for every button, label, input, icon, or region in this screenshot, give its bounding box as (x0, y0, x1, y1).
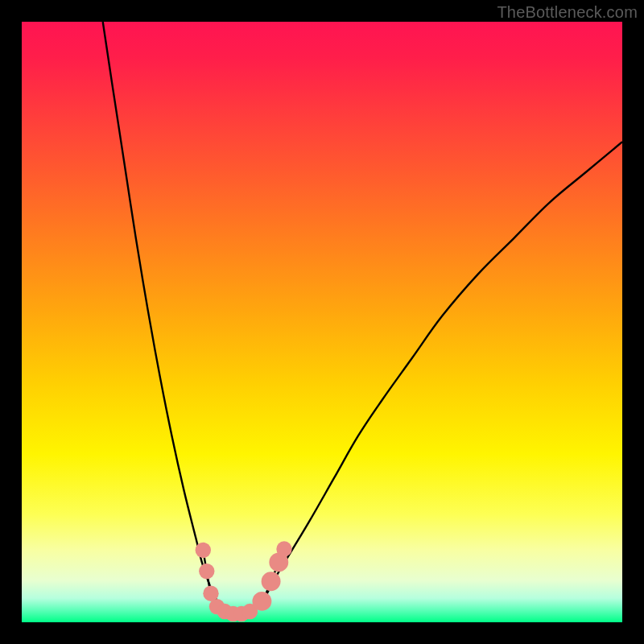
data-markers (196, 541, 292, 621)
chart-svg (22, 22, 622, 622)
watermark: TheBottleneck.com (497, 3, 638, 22)
right-curve (262, 142, 622, 604)
data-marker (252, 592, 271, 611)
data-marker (196, 543, 211, 558)
plot-area (22, 22, 622, 622)
left-curve (103, 22, 220, 605)
chart-frame: TheBottleneck.com (0, 0, 644, 644)
data-marker (262, 572, 281, 591)
data-marker (276, 541, 291, 556)
data-marker (199, 564, 214, 579)
